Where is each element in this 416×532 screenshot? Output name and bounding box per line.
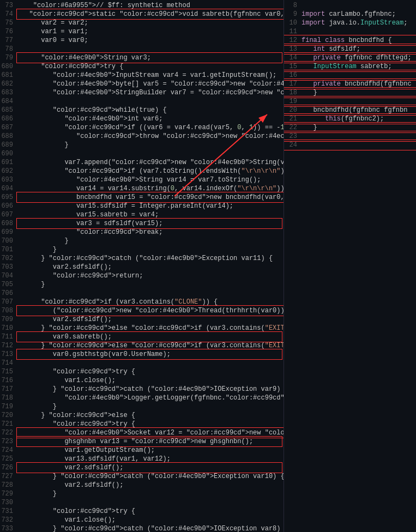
- code-line: 701 }: [0, 245, 284, 254]
- line-number: 729: [0, 489, 17, 498]
- code-line: 704 "color:#cc99cd">return;: [0, 271, 284, 280]
- side-line-number: 17: [286, 80, 302, 88]
- code-line: 686 "color:#4ec9b0">int var6;: [0, 114, 284, 123]
- line-number: 690: [0, 149, 17, 158]
- line-content: "color:#4ec9b0">byte[] var5 = "color:#cc…: [17, 80, 284, 88]
- line-content: "color:#cc99cd">static "color:#cc99cd">v…: [17, 10, 284, 19]
- code-line: 714: [0, 359, 284, 367]
- line-number: 691: [0, 158, 17, 167]
- code-line: 703 var2.sdfsldf();: [0, 263, 284, 271]
- line-content: var0 = var0;: [17, 36, 281, 45]
- line-number: 78: [0, 45, 17, 53]
- code-line: 79 "color:#4ec9b0">String var3;: [0, 53, 284, 62]
- line-content: "color:#4ec9b0">StringBuilder var7 = "co…: [17, 88, 284, 97]
- code-line: 682 "color:#4ec9b0">byte[] var5 = "color…: [0, 80, 284, 88]
- line-content: var13.sdfsldf(var1, var12);: [17, 455, 281, 463]
- line-content: var2.sdfsldf();: [17, 315, 281, 324]
- code-line: 76 var1 = var1;: [0, 27, 284, 36]
- code-line: 721 "color:#cc99cd">try {: [0, 420, 284, 428]
- line-number: 722: [0, 428, 17, 437]
- side-line-content: [302, 141, 414, 149]
- code-line: 707 "color:#cc99cd">if (var3.contains("C…: [0, 298, 284, 306]
- line-number: 728: [0, 481, 17, 489]
- line-content: "color:#cc99cd">if (var3.contains("CLONE…: [17, 298, 281, 306]
- line-number: 701: [0, 245, 17, 254]
- side-line-number: 23: [286, 132, 302, 141]
- side-line-content: import carLambo.fgfnbnc;: [302, 10, 414, 19]
- line-content: var1 = var1;: [17, 27, 281, 36]
- line-content: var1.close();: [17, 516, 281, 524]
- line-content: "color:#4ec9b0">String var3;: [17, 53, 281, 62]
- line-number: 730: [0, 498, 17, 507]
- side-line-content: bncbndfhd(fgfnbnc fgfnbn: [302, 106, 414, 114]
- line-number: 680: [0, 62, 17, 71]
- line-number: 685: [0, 106, 17, 114]
- code-line: 718 "color:#4ec9b0">Logger.getLogger(fgf…: [0, 394, 284, 402]
- line-content: var15.sabretb = var4;: [17, 210, 281, 219]
- code-line: 710 } "color:#cc99cd">else "color:#cc99c…: [0, 324, 284, 332]
- line-content: var1.close();: [17, 376, 281, 385]
- line-number: 683: [0, 88, 17, 97]
- side-code-line: 15 InputStream sabretb;: [284, 62, 416, 71]
- side-line-content: }: [302, 88, 414, 97]
- line-number: 703: [0, 263, 17, 271]
- line-number: 716: [0, 376, 17, 385]
- code-line: 699 "color:#cc99cd">break;: [0, 228, 284, 237]
- line-content: "color:#cc99cd">break;: [17, 228, 281, 237]
- line-number: 724: [0, 446, 17, 455]
- code-line: 698 var3 = sdfsldf(var15);: [0, 219, 284, 228]
- code-line: 691 var7.append("color:#cc99cd">new "col…: [0, 158, 284, 167]
- side-line-content: private bncbndfhd(fgfnbnc: [302, 80, 414, 88]
- line-number: 718: [0, 394, 17, 402]
- code-line: 702 } "color:#cc99cd">catch ("color:#4ec…: [0, 254, 284, 263]
- line-content: var2.sdfsldf();: [17, 263, 281, 271]
- line-content: var15.sdfsldf = Integer.parseInt(var14);: [17, 202, 281, 210]
- line-number: 704: [0, 271, 17, 280]
- code-line: 695 bncbndfhd var15 = "color:#cc99cd">ne…: [0, 193, 284, 202]
- code-line: 732 var1.close();: [0, 516, 284, 524]
- code-line: 729 }: [0, 489, 284, 498]
- side-code-line: 11: [284, 27, 416, 36]
- side-code-line: 14 private fgfnbnc dfhttegd;: [284, 53, 416, 62]
- line-number: 74: [0, 10, 17, 19]
- line-content: "color:#cc99cd">if ((var6 = var4.read(va…: [17, 123, 284, 132]
- side-line-content: [302, 132, 414, 141]
- line-number: 695: [0, 193, 17, 202]
- line-number: 77: [0, 36, 17, 45]
- side-line-content: this(fgfnbnc2);: [302, 114, 414, 123]
- line-content: var0.sabretb();: [17, 332, 281, 341]
- line-content: "color:#cc99cd">try {: [17, 62, 281, 71]
- line-number: 694: [0, 184, 17, 193]
- code-line: 77 var0 = var0;: [0, 36, 284, 45]
- code-line: 685 "color:#cc99cd">while(true) {: [0, 106, 284, 114]
- side-line-content: }: [302, 123, 414, 132]
- line-content: var3 = sdfsldf(var15);: [17, 219, 281, 228]
- side-line-content: import java.io.InputStream;: [302, 19, 414, 27]
- line-content: "color:#cc99cd">try {: [17, 507, 281, 516]
- side-code-line: 10import java.io.InputStream;: [284, 19, 416, 27]
- code-line: 681 "color:#4ec9b0">InputStream var4 = v…: [0, 71, 284, 80]
- side-line-number: 11: [286, 27, 302, 36]
- line-content: }: [17, 237, 281, 245]
- line-content: } "color:#cc99cd">catch ("color:#4ec9b0"…: [17, 385, 284, 394]
- side-code-line: 8: [284, 1, 416, 10]
- side-line-number: 14: [286, 53, 302, 62]
- code-line: 74 "color:#cc99cd">static "color:#cc99cd…: [0, 10, 284, 19]
- code-line: 723 ghsghnbn var13 = "color:#cc99cd">new…: [0, 437, 284, 446]
- line-number: 693: [0, 176, 17, 184]
- line-number: 76: [0, 27, 17, 36]
- code-line: 713 var0.gsbthstgb(var0.UserName);: [0, 350, 284, 359]
- line-number: 712: [0, 341, 17, 350]
- line-number: 717: [0, 385, 17, 394]
- code-line: 716 var1.close();: [0, 376, 284, 385]
- line-content: "color:#cc99cd">while(true) {: [17, 106, 281, 114]
- code-line: 700 }: [0, 237, 284, 245]
- code-line: 680 "color:#cc99cd">try {: [0, 62, 284, 71]
- side-line-content: [302, 1, 414, 10]
- line-number: 721: [0, 420, 17, 428]
- line-content: var7.append("color:#cc99cd">new "color:#…: [17, 158, 284, 167]
- code-line: 684: [0, 97, 284, 106]
- code-line: 692 "color:#cc99cd">if (var7.toString().…: [0, 167, 284, 176]
- code-line: 689 }: [0, 141, 284, 149]
- line-content: ghsghnbn var13 = "color:#cc99cd">new ghs…: [17, 437, 281, 446]
